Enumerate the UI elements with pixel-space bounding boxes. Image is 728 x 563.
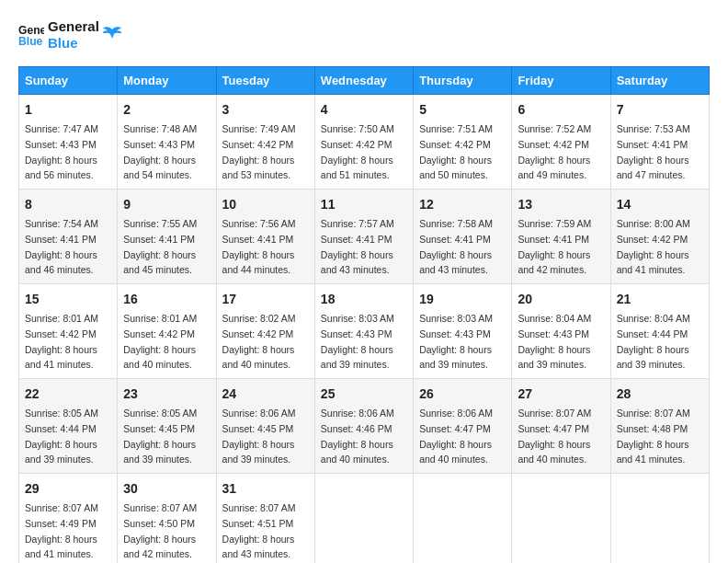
- daylight-label: Daylight: 8 hours and 47 minutes.: [617, 155, 689, 181]
- day-number: 18: [321, 290, 407, 309]
- daylight-label: Daylight: 8 hours and 41 minutes.: [617, 439, 689, 465]
- sunrise-info: Sunrise: 8:07 AM: [518, 408, 591, 419]
- calendar-cell: 27Sunrise: 8:07 AMSunset: 4:47 PMDayligh…: [512, 379, 610, 474]
- calendar-week-row: 22Sunrise: 8:05 AMSunset: 4:44 PMDayligh…: [19, 379, 710, 474]
- sunset-info: Sunset: 4:43 PM: [123, 139, 195, 150]
- sunrise-info: Sunrise: 8:02 AM: [222, 313, 296, 324]
- day-number: 6: [518, 100, 604, 120]
- calendar-table: SundayMondayTuesdayWednesdayThursdayFrid…: [18, 66, 710, 563]
- calendar-cell: 11Sunrise: 7:57 AMSunset: 4:41 PMDayligh…: [314, 190, 413, 284]
- calendar-week-row: 29Sunrise: 8:07 AMSunset: 4:49 PMDayligh…: [19, 474, 710, 564]
- svg-text:Blue: Blue: [18, 35, 43, 48]
- sunrise-info: Sunrise: 7:49 AM: [222, 123, 296, 134]
- calendar-week-row: 1Sunrise: 7:47 AMSunset: 4:43 PMDaylight…: [19, 95, 710, 190]
- day-number: 26: [419, 385, 506, 404]
- day-number: 28: [617, 385, 703, 404]
- day-number: 30: [123, 479, 210, 499]
- calendar-cell: [610, 474, 709, 564]
- calendar-cell: 9Sunrise: 7:55 AMSunset: 4:41 PMDaylight…: [118, 190, 216, 284]
- daylight-label: Daylight: 8 hours and 40 minutes.: [419, 439, 492, 465]
- day-number: 23: [123, 385, 210, 404]
- day-number: 2: [123, 100, 210, 120]
- day-number: 25: [321, 385, 407, 404]
- calendar-cell: 25Sunrise: 8:06 AMSunset: 4:46 PMDayligh…: [314, 379, 413, 474]
- sunset-info: Sunset: 4:42 PM: [222, 328, 294, 339]
- day-number: 8: [25, 195, 111, 214]
- daylight-label: Daylight: 8 hours and 40 minutes.: [222, 344, 295, 371]
- sunrise-info: Sunrise: 8:07 AM: [617, 408, 690, 419]
- calendar-cell: [414, 474, 512, 564]
- calendar-cell: 6Sunrise: 7:52 AMSunset: 4:42 PMDaylight…: [512, 95, 610, 190]
- daylight-label: Daylight: 8 hours and 40 minutes.: [321, 439, 393, 465]
- calendar-week-row: 8Sunrise: 7:54 AMSunset: 4:41 PMDaylight…: [19, 190, 710, 284]
- sunset-info: Sunset: 4:42 PM: [25, 328, 97, 339]
- daylight-label: Daylight: 8 hours and 42 minutes.: [123, 534, 196, 560]
- sunrise-info: Sunrise: 8:06 AM: [222, 408, 296, 419]
- calendar-cell: 3Sunrise: 7:49 AMSunset: 4:42 PMDaylight…: [216, 95, 314, 190]
- sunset-info: Sunset: 4:48 PM: [617, 423, 688, 434]
- header-saturday: Saturday: [610, 67, 709, 95]
- sunset-info: Sunset: 4:45 PM: [123, 423, 195, 434]
- calendar-cell: 30Sunrise: 8:07 AMSunset: 4:50 PMDayligh…: [118, 474, 216, 564]
- sunset-info: Sunset: 4:41 PM: [123, 234, 195, 245]
- header-monday: Monday: [118, 67, 216, 95]
- calendar-cell: 20Sunrise: 8:04 AMSunset: 4:43 PMDayligh…: [512, 284, 610, 379]
- daylight-label: Daylight: 8 hours and 46 minutes.: [25, 249, 97, 276]
- day-number: 20: [518, 290, 604, 309]
- sunset-info: Sunset: 4:41 PM: [518, 234, 589, 245]
- day-number: 19: [419, 290, 506, 309]
- daylight-label: Daylight: 8 hours and 53 minutes.: [222, 155, 295, 181]
- sunrise-info: Sunrise: 8:06 AM: [419, 408, 493, 419]
- day-number: 12: [419, 195, 506, 214]
- sunrise-info: Sunrise: 7:53 AM: [617, 123, 690, 134]
- calendar-cell: 26Sunrise: 8:06 AMSunset: 4:47 PMDayligh…: [414, 379, 512, 474]
- sunrise-info: Sunrise: 7:54 AM: [25, 218, 98, 229]
- logo-general: General: [48, 18, 99, 35]
- header-tuesday: Tuesday: [216, 67, 314, 95]
- calendar-cell: 12Sunrise: 7:58 AMSunset: 4:41 PMDayligh…: [414, 190, 512, 284]
- day-number: 17: [222, 290, 309, 309]
- sunset-info: Sunset: 4:45 PM: [222, 423, 294, 434]
- sunrise-info: Sunrise: 8:01 AM: [123, 313, 197, 324]
- day-number: 13: [518, 195, 604, 214]
- calendar-cell: 10Sunrise: 7:56 AMSunset: 4:41 PMDayligh…: [216, 190, 314, 284]
- day-number: 24: [222, 385, 309, 404]
- logo-blue: Blue: [48, 35, 99, 52]
- sunrise-info: Sunrise: 8:05 AM: [25, 408, 98, 419]
- daylight-label: Daylight: 8 hours and 39 minutes.: [518, 344, 590, 371]
- calendar-cell: 7Sunrise: 7:53 AMSunset: 4:41 PMDaylight…: [610, 95, 709, 190]
- day-number: 14: [617, 195, 703, 214]
- sunset-info: Sunset: 4:41 PM: [321, 234, 392, 245]
- day-number: 29: [25, 479, 111, 499]
- day-number: 3: [222, 100, 309, 120]
- sunrise-info: Sunrise: 7:48 AM: [123, 123, 197, 134]
- sunrise-info: Sunrise: 8:00 AM: [617, 218, 690, 229]
- day-number: 1: [25, 100, 111, 120]
- day-number: 16: [123, 290, 210, 309]
- day-number: 27: [518, 385, 604, 404]
- sunrise-info: Sunrise: 7:59 AM: [518, 218, 591, 229]
- daylight-label: Daylight: 8 hours and 56 minutes.: [25, 155, 97, 181]
- daylight-label: Daylight: 8 hours and 41 minutes.: [25, 534, 97, 560]
- page-header: General Blue General Blue: [18, 18, 710, 52]
- calendar-week-row: 15Sunrise: 8:01 AMSunset: 4:42 PMDayligh…: [19, 284, 710, 379]
- daylight-label: Daylight: 8 hours and 43 minutes.: [222, 534, 295, 560]
- sunrise-info: Sunrise: 7:50 AM: [321, 123, 394, 134]
- sunset-info: Sunset: 4:44 PM: [25, 423, 97, 434]
- daylight-label: Daylight: 8 hours and 49 minutes.: [518, 155, 590, 181]
- sunrise-info: Sunrise: 8:03 AM: [321, 313, 394, 324]
- sunset-info: Sunset: 4:42 PM: [222, 139, 294, 150]
- header-sunday: Sunday: [19, 67, 118, 95]
- daylight-label: Daylight: 8 hours and 51 minutes.: [321, 155, 393, 181]
- sunset-info: Sunset: 4:42 PM: [518, 139, 589, 150]
- sunset-info: Sunset: 4:51 PM: [222, 518, 294, 529]
- logo-bird-icon: [103, 26, 121, 44]
- sunset-info: Sunset: 4:42 PM: [617, 234, 688, 245]
- calendar-cell: 14Sunrise: 8:00 AMSunset: 4:42 PMDayligh…: [610, 190, 709, 284]
- day-number: 21: [617, 290, 703, 309]
- sunset-info: Sunset: 4:44 PM: [617, 328, 688, 339]
- sunrise-info: Sunrise: 7:58 AM: [419, 218, 493, 229]
- calendar-cell: 18Sunrise: 8:03 AMSunset: 4:43 PMDayligh…: [314, 284, 413, 379]
- sunset-info: Sunset: 4:43 PM: [518, 328, 589, 339]
- day-number: 11: [321, 195, 407, 214]
